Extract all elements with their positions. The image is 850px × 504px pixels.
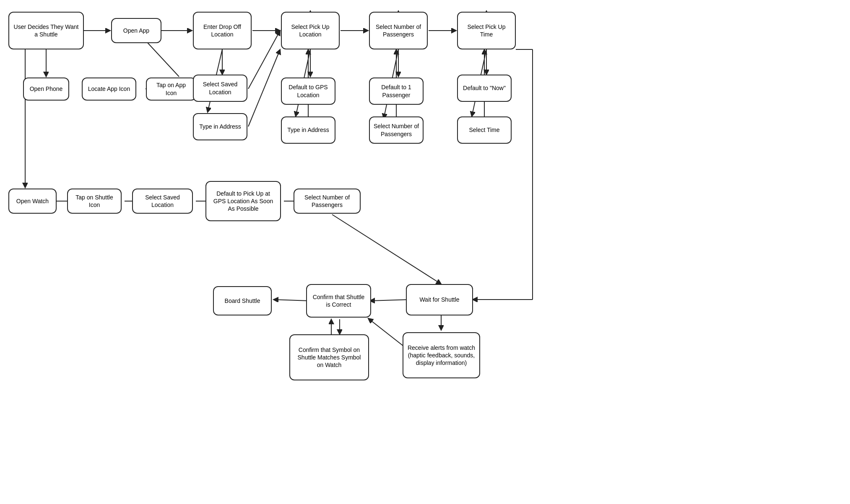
node-confirm-shuttle: Confirm that Shuttle is Correct <box>306 284 371 318</box>
node-select-saved-drop: Select Saved Location <box>193 75 247 102</box>
node-enter-drop-off: Enter Drop Off Location <box>193 12 252 49</box>
node-default-1-pass: Default to 1 Passenger <box>369 78 424 105</box>
node-default-gps: Default to GPS Location <box>281 78 335 105</box>
node-open-watch: Open Watch <box>8 189 57 214</box>
svg-line-13 <box>248 49 280 127</box>
node-select-saved-watch: Select Saved Location <box>132 189 193 214</box>
svg-line-31 <box>332 215 441 284</box>
flowchart-diagram: User Decides They Want a Shuttle Open Ap… <box>0 0 850 504</box>
node-select-num-pass-mid: Select Number of Passengers <box>369 116 424 144</box>
node-select-num-pass-top: Select Number of Passengers <box>369 12 428 49</box>
node-receive-alerts: Receive alerts from watch (haptic feedba… <box>403 332 480 378</box>
svg-line-12 <box>248 31 280 89</box>
node-user-decides: User Decides They Want a Shuttle <box>8 12 84 49</box>
node-locate-app: Locate App Icon <box>82 78 136 101</box>
arrows-layer <box>0 0 850 504</box>
node-open-phone: Open Phone <box>23 78 69 101</box>
node-board-shuttle: Board Shuttle <box>213 286 272 315</box>
node-open-app: Open App <box>111 18 161 43</box>
node-select-pick-up: Select Pick Up Location <box>281 12 340 49</box>
node-tap-app: Tap on App Icon <box>146 78 196 101</box>
node-default-gps-watch: Default to Pick Up at GPS Location As So… <box>205 181 281 221</box>
node-type-addr-pick: Type in Address <box>281 116 335 144</box>
svg-line-35 <box>370 300 410 301</box>
node-select-num-pass-watch: Select Number of Passengers <box>294 189 361 214</box>
node-type-addr-drop: Type in Address <box>193 113 247 140</box>
node-select-pick-up-time: Select Pick Up Time <box>457 12 516 49</box>
node-select-time: Select Time <box>457 116 512 144</box>
svg-line-36 <box>273 300 309 301</box>
node-default-now: Default to "Now" <box>457 75 512 102</box>
node-wait-shuttle: Wait for Shuttle <box>406 284 473 315</box>
node-tap-shuttle-icon: Tap on Shuttle Icon <box>67 189 122 214</box>
node-confirm-symbol: Confirm that Symbol on Shuttle Matches S… <box>289 334 369 380</box>
